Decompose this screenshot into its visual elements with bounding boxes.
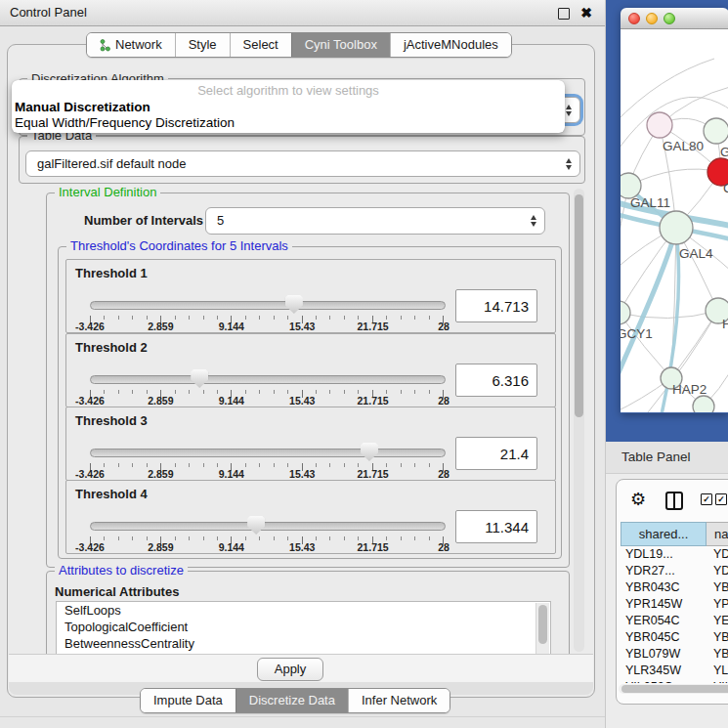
tick-mark bbox=[217, 316, 218, 320]
cell-name[interactable]: YBL0 bbox=[707, 646, 728, 663]
table-horizontal-scrollbar[interactable] bbox=[619, 684, 728, 694]
tick-mark bbox=[217, 390, 218, 394]
attribute-list-item[interactable]: TopologicalCoefficient bbox=[57, 619, 550, 635]
network-node[interactable] bbox=[660, 211, 693, 244]
column-header-shared-name[interactable]: shared... bbox=[621, 522, 707, 546]
apply-button[interactable]: Apply bbox=[257, 658, 323, 681]
cell-name[interactable]: YBR0 bbox=[707, 629, 728, 646]
slider-track[interactable] bbox=[90, 375, 446, 384]
slider-track[interactable] bbox=[90, 301, 446, 310]
cell-name[interactable]: YDL1 bbox=[707, 546, 728, 563]
table-row[interactable]: YBL079WYBL0 bbox=[621, 646, 728, 663]
slider-track[interactable] bbox=[90, 449, 446, 457]
cell-shared-name[interactable]: YER054C bbox=[621, 613, 707, 629]
zoom-traffic-light-icon[interactable] bbox=[664, 13, 675, 24]
cell-name[interactable]: YER0 bbox=[707, 613, 728, 629]
threshold-3-slider[interactable] bbox=[90, 443, 444, 462]
table-row[interactable]: YIL052CYIL0 bbox=[621, 679, 728, 683]
column-header-name[interactable]: na bbox=[707, 522, 728, 546]
tab-jactivemnodules[interactable]: jActiveMNodules bbox=[390, 33, 511, 57]
cell-name[interactable]: YLR3 bbox=[707, 663, 728, 679]
cell-shared-name[interactable]: YBR045C bbox=[621, 629, 707, 646]
popup-item-equal-width-frequency[interactable]: Equal Width/Frequency Discretization bbox=[15, 115, 235, 130]
cell-name[interactable]: YPR1 bbox=[707, 596, 728, 613]
tick-mark bbox=[316, 316, 317, 320]
tab-impute-data[interactable]: Impute Data bbox=[141, 689, 236, 712]
table-toolbar: ⚙ ✓ ✓ bbox=[617, 480, 728, 521]
tick-mark bbox=[329, 463, 330, 467]
tick-mark bbox=[217, 463, 218, 467]
tick-mark bbox=[401, 536, 402, 540]
cell-shared-name[interactable]: YBL079W bbox=[621, 646, 707, 663]
slider-thumb[interactable] bbox=[285, 295, 303, 314]
network-view-region: GAL80GAGAL11CGAL4GCY1HHAP2 bbox=[606, 0, 728, 442]
tick-mark bbox=[203, 390, 204, 394]
scrollbar-thumb[interactable] bbox=[575, 194, 583, 417]
tab-style[interactable]: Style bbox=[175, 33, 230, 57]
table-data-combobox[interactable]: galFiltered.sif default node bbox=[25, 150, 580, 177]
settings-scroll-area: Interval Definition Number of Intervals … bbox=[11, 187, 585, 654]
cell-shared-name[interactable]: YDL19... bbox=[621, 546, 707, 563]
slider-thumb[interactable] bbox=[247, 516, 265, 535]
table-row[interactable]: YER054CYER0 bbox=[621, 613, 728, 629]
cell-shared-name[interactable]: YLR345W bbox=[621, 663, 707, 679]
tick-mark bbox=[118, 536, 119, 540]
tick-mark bbox=[259, 463, 260, 467]
window-title: Control Panel bbox=[10, 0, 87, 25]
cell-shared-name[interactable]: YPR145W bbox=[621, 596, 707, 613]
close-icon[interactable]: ✖ bbox=[580, 4, 592, 21]
table-row[interactable]: YBR043CYBR0 bbox=[621, 579, 728, 596]
tick-mark bbox=[316, 536, 317, 540]
tab-cyni-toolbox[interactable]: Cyni Toolbox bbox=[291, 33, 390, 57]
columns-icon[interactable] bbox=[665, 492, 683, 510]
checkbox-icon[interactable]: ✓ bbox=[701, 493, 712, 505]
threshold-1-value-field[interactable]: 14.713 bbox=[455, 289, 537, 322]
numerical-attributes-list[interactable]: SelfLoopsTopologicalCoefficientBetweenne… bbox=[56, 601, 551, 654]
network-node[interactable] bbox=[647, 112, 672, 138]
network-node[interactable] bbox=[621, 301, 630, 324]
table-row[interactable]: YBR045CYBR0 bbox=[621, 629, 728, 646]
tick-mark bbox=[329, 536, 330, 540]
minimize-traffic-light-icon[interactable] bbox=[646, 13, 658, 24]
tick-mark bbox=[329, 390, 330, 394]
popup-item-manual-discretization[interactable]: Manual Discretization bbox=[15, 100, 150, 114]
number-of-intervals-combobox[interactable]: 5 bbox=[205, 207, 545, 235]
cell-shared-name[interactable]: YDR27... bbox=[621, 563, 707, 579]
threshold-2-slider[interactable] bbox=[90, 369, 444, 389]
network-node[interactable] bbox=[704, 118, 728, 144]
table-row[interactable]: YDR27...YDR2 bbox=[621, 563, 728, 579]
cell-name[interactable]: YBR0 bbox=[707, 579, 728, 596]
tab-network[interactable]: Network bbox=[87, 33, 175, 57]
threshold-3-value-field[interactable]: 21.4 bbox=[455, 437, 537, 470]
cell-name[interactable]: YDR2 bbox=[707, 563, 728, 579]
settings-scrollbar[interactable] bbox=[574, 189, 584, 652]
gear-icon[interactable]: ⚙ bbox=[630, 490, 646, 509]
scrollbar-thumb[interactable] bbox=[621, 685, 728, 693]
slider-thumb[interactable] bbox=[361, 443, 378, 461]
table-row[interactable]: YDL19...YDL1 bbox=[621, 546, 728, 563]
tab-infer-network[interactable]: Infer Network bbox=[348, 689, 450, 712]
cell-shared-name[interactable]: YIL052C bbox=[621, 679, 707, 683]
network-node[interactable] bbox=[693, 396, 714, 412]
threshold-2-value-field[interactable]: 6.316 bbox=[455, 364, 537, 397]
table-row[interactable]: YPR145WYPR1 bbox=[621, 596, 728, 613]
tick-mark bbox=[274, 463, 275, 467]
cell-shared-name[interactable]: YBR043C bbox=[621, 579, 707, 596]
tab-discretize-data[interactable]: Discretize Data bbox=[236, 689, 348, 712]
threshold-1-slider[interactable] bbox=[90, 295, 444, 315]
table-row[interactable]: YLR345WYLR3 bbox=[621, 663, 728, 679]
float-window-icon[interactable] bbox=[558, 8, 570, 20]
threshold-2-label: Threshold 2 bbox=[75, 340, 148, 355]
tab-select[interactable]: Select bbox=[230, 33, 291, 57]
close-traffic-light-icon[interactable] bbox=[628, 13, 640, 24]
list-scrollbar[interactable] bbox=[535, 603, 549, 654]
cell-name[interactable]: YIL0 bbox=[707, 679, 728, 683]
threshold-4-value-field[interactable]: 11.344 bbox=[455, 510, 537, 543]
threshold-4-slider[interactable] bbox=[90, 516, 444, 535]
checkbox-icon[interactable]: ✓ bbox=[715, 493, 727, 505]
slider-thumb[interactable] bbox=[191, 369, 208, 388]
slider-track[interactable] bbox=[90, 522, 446, 531]
attribute-list-item[interactable]: BetweennessCentrality bbox=[57, 635, 550, 652]
attribute-list-item[interactable]: SelfLoops bbox=[57, 602, 550, 619]
network-canvas[interactable]: GAL80GAGAL11CGAL4GCY1HHAP2 bbox=[621, 29, 728, 412]
